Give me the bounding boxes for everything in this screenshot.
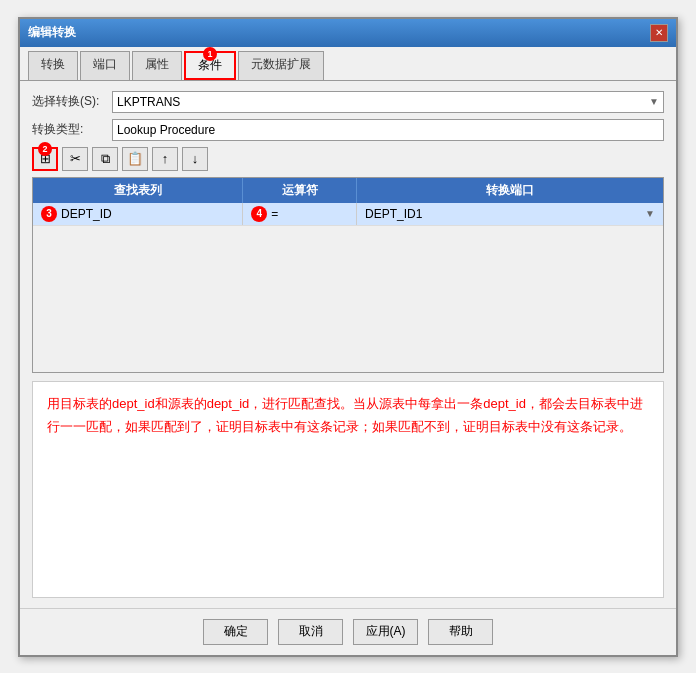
op-badge: 4 bbox=[251, 206, 267, 222]
title-bar: 编辑转换 ✕ bbox=[20, 19, 676, 47]
source-col-value: DEPT_ID bbox=[61, 207, 112, 221]
source-col-cell: 3 DEPT_ID bbox=[33, 203, 243, 225]
transform-type-value: Lookup Procedure bbox=[117, 123, 215, 137]
operator-value: = bbox=[271, 207, 278, 221]
cut-button[interactable]: ✂ bbox=[62, 147, 88, 171]
add-button[interactable]: 2 ⊞ bbox=[32, 147, 58, 171]
paste-icon: 📋 bbox=[127, 151, 143, 166]
tab-bar: 转换 端口 属性 1 条件 元数据扩展 bbox=[20, 47, 676, 81]
arrow-down-icon: ↓ bbox=[192, 151, 199, 166]
transform-type-value-container: Lookup Procedure bbox=[112, 119, 664, 141]
table-header: 查找表列 运算符 转换端口 bbox=[33, 178, 663, 203]
description-text: 用目标表的dept_id和源表的dept_id，进行匹配查找。当从源表中每拿出一… bbox=[47, 392, 649, 439]
target-select-arrow-icon: ▼ bbox=[645, 208, 655, 219]
tab-attr[interactable]: 属性 bbox=[132, 51, 182, 80]
table-row[interactable]: 3 DEPT_ID 4 = DEPT_ID1 ▼ bbox=[33, 203, 663, 226]
add-badge: 2 bbox=[38, 142, 52, 156]
description-box: 用目标表的dept_id和源表的dept_id，进行匹配查找。当从源表中每拿出一… bbox=[32, 381, 664, 598]
target-port-header: 转换端口 bbox=[357, 178, 663, 203]
help-button[interactable]: 帮助 bbox=[428, 619, 493, 645]
copy-icon: ⧉ bbox=[101, 151, 110, 167]
copy-button[interactable]: ⧉ bbox=[92, 147, 118, 171]
apply-button[interactable]: 应用(A) bbox=[353, 619, 418, 645]
content-area: 选择转换(S): LKPTRANS ▼ 转换类型: Lookup Procedu… bbox=[20, 81, 676, 608]
transform-type-label: 转换类型: bbox=[32, 121, 112, 138]
paste-button[interactable]: 📋 bbox=[122, 147, 148, 171]
ok-button[interactable]: 确定 bbox=[203, 619, 268, 645]
close-button[interactable]: ✕ bbox=[650, 24, 668, 42]
toolbar: 2 ⊞ ✂ ⧉ 📋 ↑ ↓ bbox=[32, 147, 664, 171]
tab-condition[interactable]: 1 条件 bbox=[184, 51, 236, 80]
select-value-container: LKPTRANS ▼ bbox=[112, 91, 664, 113]
transform-type-row: 转换类型: Lookup Procedure bbox=[32, 119, 664, 141]
operator-header: 运算符 bbox=[243, 178, 357, 203]
arrow-up-icon: ↑ bbox=[162, 151, 169, 166]
move-down-button[interactable]: ↓ bbox=[182, 147, 208, 171]
cancel-button[interactable]: 取消 bbox=[278, 619, 343, 645]
dialog-title: 编辑转换 bbox=[28, 24, 76, 41]
source-col-header: 查找表列 bbox=[33, 178, 243, 203]
cut-icon: ✂ bbox=[70, 151, 81, 166]
operator-cell: 4 = bbox=[243, 203, 357, 225]
footer-buttons: 确定 取消 应用(A) 帮助 bbox=[20, 608, 676, 655]
select-row: 选择转换(S): LKPTRANS ▼ bbox=[32, 91, 664, 113]
tab-meta[interactable]: 元数据扩展 bbox=[238, 51, 324, 80]
target-port-value: DEPT_ID1 bbox=[365, 207, 422, 221]
select-label: 选择转换(S): bbox=[32, 93, 112, 110]
transform-select[interactable]: LKPTRANS ▼ bbox=[112, 91, 664, 113]
conditions-table: 查找表列 运算符 转换端口 3 DEPT_ID 4 = bbox=[32, 177, 664, 374]
main-dialog: 编辑转换 ✕ 转换 端口 属性 1 条件 元数据扩展 选择转换(S): LKPT… bbox=[18, 17, 678, 657]
target-port-cell[interactable]: DEPT_ID1 ▼ bbox=[357, 203, 663, 225]
tab-condition-badge: 1 bbox=[203, 47, 217, 61]
select-arrow-icon: ▼ bbox=[649, 96, 659, 107]
move-up-button[interactable]: ↑ bbox=[152, 147, 178, 171]
source-col-badge: 3 bbox=[41, 206, 57, 222]
transform-type-field: Lookup Procedure bbox=[112, 119, 664, 141]
tab-port[interactable]: 端口 bbox=[80, 51, 130, 80]
transform-select-value: LKPTRANS bbox=[117, 95, 180, 109]
tab-convert[interactable]: 转换 bbox=[28, 51, 78, 80]
